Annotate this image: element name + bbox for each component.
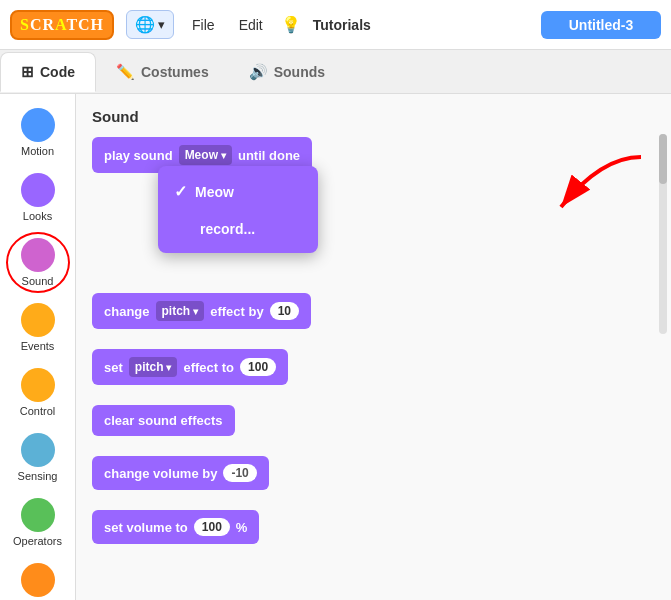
set-volume-value[interactable]: 100 — [194, 518, 230, 536]
file-menu[interactable]: File — [186, 13, 221, 37]
set-volume-row: set volume to 100 % — [92, 510, 655, 554]
pitch-dropdown-value: pitch — [162, 304, 191, 318]
change-volume-row: change volume by -10 — [92, 456, 655, 500]
set-volume-text: set volume to — [104, 520, 188, 535]
sound-dropdown-value: Meow — [185, 148, 218, 162]
sounds-tab-icon: 🔊 — [249, 63, 268, 81]
effect-by-text: effect by — [210, 304, 263, 319]
sidebar-label-operators: Operators — [13, 535, 62, 547]
change-text: change — [104, 304, 150, 319]
sidebar-item-sound[interactable]: Sound — [6, 232, 70, 293]
motion-dot — [21, 108, 55, 142]
set-volume-block[interactable]: set volume to 100 % — [92, 510, 259, 544]
change-volume-text: change volume by — [104, 466, 217, 481]
scrollbar-track[interactable] — [659, 134, 667, 334]
clear-effects-text: clear sound effects — [104, 413, 223, 428]
language-button[interactable]: 🌐 ▾ — [126, 10, 174, 39]
set-pitch-row: set pitch ▾ effect to 100 — [92, 349, 655, 395]
clear-effects-block[interactable]: clear sound effects — [92, 405, 235, 436]
set-volume-percent: % — [236, 520, 248, 535]
tab-costumes-label: Costumes — [141, 64, 209, 80]
tab-sounds-label: Sounds — [274, 64, 325, 80]
checkmark-icon: ✓ — [174, 182, 187, 201]
sidebar-item-motion[interactable]: Motion — [4, 102, 72, 163]
code-tab-icon: ⊞ — [21, 63, 34, 81]
costumes-tab-icon: ✏️ — [116, 63, 135, 81]
sidebar-label-control: Control — [20, 405, 55, 417]
sidebar-item-control[interactable]: Control — [4, 362, 72, 423]
scrollbar-thumb[interactable] — [659, 134, 667, 184]
edit-menu[interactable]: Edit — [233, 13, 269, 37]
sidebar-item-variables[interactable]: Variables — [4, 557, 72, 600]
control-dot — [21, 368, 55, 402]
play-sound-text2: until done — [238, 148, 300, 163]
tutorials-button[interactable]: Tutorials — [313, 17, 371, 33]
sidebar-label-events: Events — [21, 340, 55, 352]
pitch-dropdown-arrow: ▾ — [193, 306, 198, 317]
play-sound-text1: play sound — [104, 148, 173, 163]
sidebar-label-sound: Sound — [22, 275, 54, 287]
dropdown-item-meow[interactable]: ✓ Meow — [158, 172, 318, 211]
tab-code[interactable]: ⊞ Code — [0, 52, 96, 92]
set-pitch-dropdown-value: pitch — [135, 360, 164, 374]
tab-costumes[interactable]: ✏️ Costumes — [96, 53, 229, 91]
looks-dot — [21, 173, 55, 207]
sidebar-item-looks[interactable]: Looks — [4, 167, 72, 228]
header: SCRATCH 🌐 ▾ File Edit 💡 Tutorials Untitl… — [0, 0, 671, 50]
sidebar-label-looks: Looks — [23, 210, 52, 222]
change-volume-block[interactable]: change volume by -10 — [92, 456, 269, 490]
content-area: Sound play sound Meow ▾ until done ✓ Meo… — [76, 94, 671, 600]
section-title: Sound — [92, 108, 655, 125]
sound-dropdown-menu: ✓ Meow record... — [158, 166, 318, 253]
sidebar-item-events[interactable]: Events — [4, 297, 72, 358]
sound-dot — [21, 238, 55, 272]
sidebar-item-operators[interactable]: Operators — [4, 492, 72, 553]
pitch-dropdown[interactable]: pitch ▾ — [156, 301, 205, 321]
dropdown-item-record-label: record... — [200, 221, 255, 237]
tab-bar: ⊞ Code ✏️ Costumes 🔊 Sounds — [0, 50, 671, 94]
operators-dot — [21, 498, 55, 532]
scratch-logo[interactable]: SCRATCH — [10, 10, 114, 40]
dropdown-arrow-icon: ▾ — [221, 150, 226, 161]
tab-code-label: Code — [40, 64, 75, 80]
pitch-effect-value[interactable]: 10 — [270, 302, 299, 320]
sidebar: Motion Looks Sound Events Control Sensin… — [0, 94, 76, 600]
tab-sounds[interactable]: 🔊 Sounds — [229, 53, 345, 91]
sound-dropdown[interactable]: Meow ▾ — [179, 145, 232, 165]
set-pitch-value[interactable]: 100 — [240, 358, 276, 376]
set-pitch-block[interactable]: set pitch ▾ effect to 100 — [92, 349, 288, 385]
set-text: set — [104, 360, 123, 375]
events-dot — [21, 303, 55, 337]
dropdown-item-meow-label: Meow — [195, 184, 234, 200]
variables-dot — [21, 563, 55, 597]
project-title[interactable]: Untitled-3 — [541, 11, 661, 39]
effect-to-text: effect to — [183, 360, 234, 375]
dropdown-arrow-icon: ▾ — [158, 17, 165, 32]
change-pitch-block[interactable]: change pitch ▾ effect by 10 — [92, 293, 311, 329]
dropdown-item-record[interactable]: record... — [158, 211, 318, 247]
sidebar-label-sensing: Sensing — [18, 470, 58, 482]
sidebar-item-sensing[interactable]: Sensing — [4, 427, 72, 488]
set-pitch-dropdown[interactable]: pitch ▾ — [129, 357, 178, 377]
clear-effects-row: clear sound effects — [92, 405, 655, 446]
change-volume-value[interactable]: -10 — [223, 464, 256, 482]
lightbulb-icon: 💡 — [281, 15, 301, 34]
sensing-dot — [21, 433, 55, 467]
main-layout: Motion Looks Sound Events Control Sensin… — [0, 94, 671, 600]
globe-icon: 🌐 — [135, 15, 155, 34]
change-pitch-row: change pitch ▾ effect by 10 — [92, 293, 655, 339]
sidebar-label-motion: Motion — [21, 145, 54, 157]
set-pitch-dropdown-arrow: ▾ — [166, 362, 171, 373]
